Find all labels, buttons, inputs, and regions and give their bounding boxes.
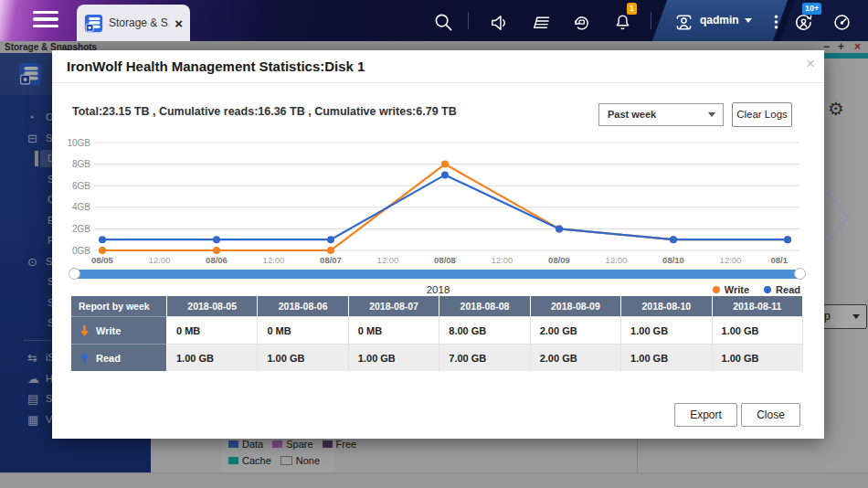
svg-text:08/06: 08/06 xyxy=(206,255,228,265)
table-corner-header: Report by week xyxy=(71,296,167,317)
legend-read[interactable]: Read xyxy=(764,284,800,295)
svg-text:12:00: 12:00 xyxy=(606,255,628,265)
totals-summary: Total:23.15 TB , Cumulative reads:16.36 … xyxy=(72,105,457,118)
svg-text:2GB: 2GB xyxy=(72,224,90,234)
svg-text:08/10: 08/10 xyxy=(662,255,684,265)
value-cell: 0 MB xyxy=(167,317,258,345)
svg-text:12:00: 12:00 xyxy=(720,255,742,265)
row-label-write: Write xyxy=(71,317,167,345)
background-tasks-badge: 10+ xyxy=(802,3,821,15)
column-header: 2018-08-10 xyxy=(621,296,712,317)
svg-text:08/07: 08/07 xyxy=(320,255,342,265)
write-dot-icon xyxy=(713,286,720,293)
legend-write[interactable]: Write xyxy=(713,284,749,295)
more-options-icon[interactable] xyxy=(766,12,787,33)
row-label-read: Read xyxy=(71,345,167,372)
value-cell: 1.00 GB xyxy=(712,317,802,345)
svg-text:12:00: 12:00 xyxy=(149,255,171,265)
svg-text:8GB: 8GB xyxy=(72,159,90,169)
slider-left-handle[interactable] xyxy=(69,268,80,280)
app-tab-storage-snapshots[interactable]: Storage & S... × xyxy=(77,5,190,41)
caret-down-icon xyxy=(745,18,752,23)
stats-table-body: Write0 MB0 MB0 MB8.00 GB2.00 GB1.00 GB1.… xyxy=(71,317,803,372)
background-tasks-icon[interactable] xyxy=(793,12,814,33)
svg-text:08/09: 08/09 xyxy=(548,255,570,265)
clear-logs-button[interactable]: Clear Logs xyxy=(732,102,792,127)
separator xyxy=(468,12,469,29)
app-tab-label: Storage & S... xyxy=(109,16,169,29)
ironwolf-stats-dialog: IronWolf Health Management Statistics:Di… xyxy=(52,50,824,439)
svg-text:12:00: 12:00 xyxy=(263,255,285,265)
value-cell: 1.00 GB xyxy=(167,345,258,372)
svg-text:12:00: 12:00 xyxy=(492,255,513,265)
column-header: 2018-08-05 xyxy=(167,296,258,317)
value-cell: 7.00 GB xyxy=(439,345,530,372)
svg-text:10GB: 10GB xyxy=(67,138,90,148)
value-cell: 8.00 GB xyxy=(439,317,530,345)
table-row-read: Read1.00 GB1.00 GB1.00 GB7.00 GB2.00 GB1… xyxy=(71,345,803,372)
desktop-topbar: Storage & S... × 1 xyxy=(0,0,868,41)
dialog-title: IronWolf Health Management Statistics:Di… xyxy=(67,58,365,74)
separator xyxy=(651,12,651,29)
table-row-write: Write0 MB0 MB0 MB8.00 GB2.00 GB1.00 GB1.… xyxy=(71,317,803,345)
chart-legend: WriteRead xyxy=(713,284,800,295)
svg-text:08/08: 08/08 xyxy=(434,255,456,265)
search-icon[interactable] xyxy=(433,12,454,33)
column-header: 2018-08-06 xyxy=(258,296,348,317)
svg-text:08/05: 08/05 xyxy=(91,255,113,265)
dashboard-icon[interactable] xyxy=(831,12,852,33)
column-header: 2018-08-11 xyxy=(712,296,802,317)
write-arrow-icon xyxy=(80,325,89,336)
read-dot-icon xyxy=(764,286,771,293)
screen: Storage & S... × 1 xyxy=(0,0,868,488)
dialog-header: IronWolf Health Management Statistics:Di… xyxy=(52,50,824,83)
caret-down-icon xyxy=(708,112,715,117)
time-range-dropdown[interactable]: Past week xyxy=(598,103,724,126)
close-button[interactable]: Close xyxy=(741,403,800,427)
export-button[interactable]: Export xyxy=(674,403,737,427)
column-header: 2018-08-07 xyxy=(348,296,439,317)
user-menu[interactable]: qadmin xyxy=(700,14,752,27)
user-name: qadmin xyxy=(700,14,739,27)
notification-badge: 1 xyxy=(627,3,637,15)
notification-bell-icon[interactable] xyxy=(612,12,633,33)
value-cell: 1.00 GB xyxy=(258,345,348,372)
time-range-value: Past week xyxy=(608,104,656,125)
dialog-close-icon[interactable]: × xyxy=(806,55,815,73)
column-header: 2018-08-09 xyxy=(530,296,620,317)
svg-text:12:00: 12:00 xyxy=(377,255,399,265)
value-cell: 2.00 GB xyxy=(530,345,620,372)
announcement-icon[interactable] xyxy=(489,12,510,33)
stats-table-header-row: Report by week 2018-08-052018-08-062018-… xyxy=(71,296,803,317)
column-header: 2018-08-08 xyxy=(439,296,530,317)
backup-sync-icon[interactable] xyxy=(571,12,592,33)
svg-text:4GB: 4GB xyxy=(72,202,90,212)
year-label: 2018 xyxy=(52,284,824,295)
value-cell: 0 MB xyxy=(258,317,348,345)
value-cell: 1.00 GB xyxy=(621,345,712,372)
main-menu-button[interactable] xyxy=(33,11,58,30)
slider-right-handle[interactable] xyxy=(794,268,806,280)
svg-text:6GB: 6GB xyxy=(72,181,90,191)
value-cell: 0 MB xyxy=(348,317,439,345)
user-avatar-icon[interactable] xyxy=(673,12,694,33)
time-range-slider[interactable] xyxy=(70,270,804,279)
svg-text:08/1: 08/1 xyxy=(771,255,789,265)
value-cell: 1.00 GB xyxy=(712,345,802,372)
storage-app-icon xyxy=(84,14,103,33)
svg-text:0GB: 0GB xyxy=(72,246,90,256)
read-arrow-icon xyxy=(80,353,89,364)
tab-close-icon[interactable]: × xyxy=(175,16,183,30)
iw-chart[interactable]: 0GB2GB4GB6GB8GB10GB08/0512:0008/0612:000… xyxy=(52,134,824,271)
value-cell: 1.00 GB xyxy=(621,317,712,345)
stats-table: Report by week 2018-08-052018-08-062018-… xyxy=(71,296,803,371)
value-cell: 2.00 GB xyxy=(530,317,620,345)
event-logs-icon[interactable] xyxy=(530,12,551,33)
value-cell: 1.00 GB xyxy=(348,345,439,372)
